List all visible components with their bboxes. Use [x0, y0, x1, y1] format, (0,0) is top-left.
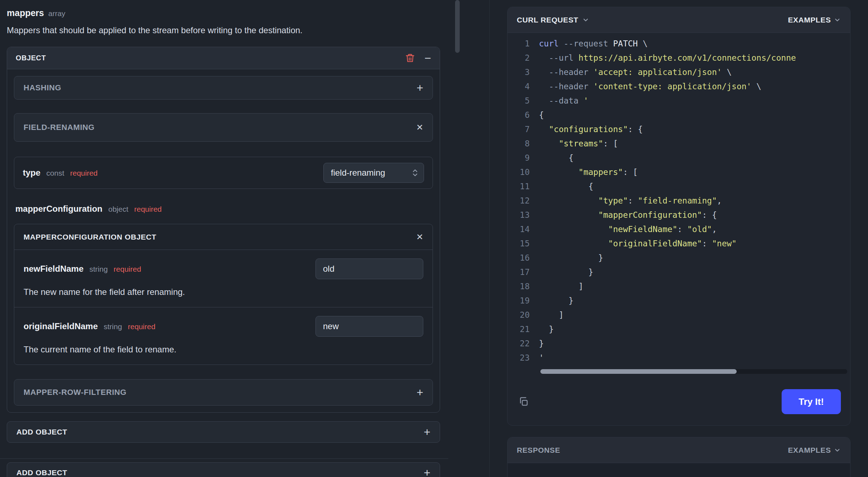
- api-playground-panel: CURL REQUEST EXAMPLES 1curl --request PA…: [490, 0, 868, 477]
- trash-icon: [405, 53, 415, 63]
- line-number: 11: [508, 179, 530, 194]
- curl-request-panel: CURL REQUEST EXAMPLES 1curl --request PA…: [507, 7, 851, 426]
- mapper-configuration-card-header: MAPPERCONFIGURATION OBJECT ✕: [14, 224, 433, 250]
- property-name: originalFieldName: [24, 321, 98, 331]
- copy-icon: [518, 396, 529, 407]
- field-header: mappers array: [7, 8, 440, 18]
- code-line: 21 }: [508, 322, 850, 336]
- newFieldName-input[interactable]: [316, 258, 423, 279]
- code-line: 9 {: [508, 151, 850, 165]
- code-line: 18 ]: [508, 279, 850, 293]
- line-number: 15: [508, 236, 530, 251]
- field-description: Mappers that should be applied to the st…: [7, 25, 440, 36]
- section-field-renaming[interactable]: FIELD-RENAMING ✕: [14, 113, 433, 142]
- add-object-button-inner[interactable]: ADD OBJECT +: [7, 421, 440, 443]
- object-card: OBJECT − HASHING + FIELD-RENAMING ✕: [7, 47, 440, 413]
- curl-panel-footer: Try It!: [508, 374, 850, 425]
- line-number: 9: [508, 151, 530, 165]
- response-dropdown[interactable]: RESPONSE: [517, 446, 560, 455]
- examples-dropdown[interactable]: EXAMPLES: [788, 16, 841, 24]
- response-body: [508, 463, 850, 477]
- delete-object-button[interactable]: [405, 53, 415, 63]
- section-divider: [0, 458, 448, 459]
- add-object-button-outer[interactable]: ADD OBJECT +: [7, 462, 440, 477]
- code-line: 8 "streams": [: [508, 136, 850, 151]
- code-line: 2 --url https://api.airbyte.com/v1/conne…: [508, 51, 850, 65]
- add-object-label: ADD OBJECT: [16, 468, 67, 477]
- field-renaming-title: FIELD-RENAMING: [24, 123, 95, 132]
- code-line: 17 }: [508, 265, 850, 279]
- response-panel-header: RESPONSE EXAMPLES: [508, 437, 850, 463]
- line-number: 16: [508, 251, 530, 265]
- plus-icon: +: [417, 387, 423, 398]
- field-label: originalFieldName string required: [24, 321, 155, 331]
- code-line: 12 "type": "field-renaming",: [508, 194, 850, 208]
- code-line: 15 "originalFieldName": "new": [508, 236, 850, 251]
- property-name: mapperConfiguration: [15, 204, 102, 214]
- field-description: The current name of the field to rename.: [24, 345, 423, 355]
- vertical-scrollbar[interactable]: [455, 0, 460, 53]
- close-icon: ✕: [416, 123, 423, 132]
- required-badge: required: [128, 322, 155, 331]
- response-examples-dropdown[interactable]: EXAMPLES: [788, 446, 841, 455]
- code-line: 20 ]: [508, 308, 850, 322]
- code-block: 1curl --request PATCH \2 --url https://a…: [508, 33, 850, 365]
- code-line: 7 "configurations": {: [508, 122, 850, 136]
- code-line: 5 --data ': [508, 94, 850, 108]
- field-row-originalFieldName: originalFieldName string required The cu…: [14, 307, 433, 365]
- required-badge: required: [70, 169, 97, 177]
- property-name: type: [23, 168, 40, 177]
- code-line: 16 }: [508, 251, 850, 265]
- horizontal-scrollbar[interactable]: [540, 369, 737, 374]
- code-line: 3 --header 'accept: application/json' \: [508, 65, 850, 79]
- line-number: 3: [508, 65, 530, 79]
- type-select[interactable]: field-renaming: [323, 163, 424, 183]
- copy-code-button[interactable]: [518, 396, 529, 407]
- response-panel: RESPONSE EXAMPLES: [507, 437, 851, 477]
- examples-label: EXAMPLES: [788, 16, 831, 24]
- section-hashing[interactable]: HASHING +: [14, 76, 433, 100]
- section-mapper-row-filtering[interactable]: MAPPER-ROW-FILTERING +: [14, 379, 433, 406]
- curl-request-dropdown[interactable]: CURL REQUEST: [517, 16, 589, 24]
- mapper-configuration-label-row: mapperConfiguration object required: [15, 204, 432, 214]
- try-it-button[interactable]: Try It!: [782, 389, 841, 414]
- code-line: 4 --header 'content-type: application/js…: [508, 79, 850, 94]
- examples-label: EXAMPLES: [788, 446, 831, 455]
- object-card-header: OBJECT −: [7, 47, 440, 69]
- collapse-object-button[interactable]: −: [424, 52, 431, 64]
- object-card-body: HASHING + FIELD-RENAMING ✕ type const re…: [7, 69, 440, 412]
- line-number: 6: [508, 108, 530, 122]
- line-number: 2: [508, 51, 530, 65]
- response-title: RESPONSE: [517, 446, 560, 455]
- line-number: 17: [508, 265, 530, 279]
- plus-icon: +: [424, 467, 430, 477]
- field-type-badge: array: [48, 9, 65, 18]
- hashing-title: HASHING: [24, 83, 61, 92]
- property-name: newFieldName: [24, 264, 84, 273]
- plus-icon: +: [424, 426, 430, 438]
- line-number: 19: [508, 293, 530, 308]
- field-label: newFieldName string required: [24, 264, 141, 274]
- close-icon: ✕: [416, 233, 423, 241]
- property-kind: const: [46, 169, 64, 177]
- line-number: 18: [508, 279, 530, 293]
- line-number: 1: [508, 36, 530, 51]
- code-line: 1curl --request PATCH \: [508, 36, 850, 51]
- line-number: 10: [508, 165, 530, 179]
- line-number: 7: [508, 122, 530, 136]
- field-row-newFieldName: newFieldName string required The new nam…: [14, 250, 433, 307]
- object-card-title: OBJECT: [16, 54, 46, 62]
- field-description: The new name for the field after renamin…: [24, 287, 423, 297]
- line-number: 14: [508, 222, 530, 236]
- originalFieldName-input[interactable]: [316, 316, 423, 337]
- field-name: mappers: [7, 8, 44, 18]
- code-line: 14 "newFieldName": "old",: [508, 222, 850, 236]
- curl-panel-header: CURL REQUEST EXAMPLES: [508, 7, 850, 33]
- line-number: 13: [508, 208, 530, 222]
- code-lines: 1curl --request PATCH \2 --url https://a…: [508, 36, 850, 365]
- code-line: 22}: [508, 336, 850, 351]
- curl-request-title: CURL REQUEST: [517, 16, 579, 24]
- line-number: 5: [508, 94, 530, 108]
- close-mapper-configuration-button[interactable]: ✕: [416, 233, 423, 241]
- code-line: 10 "mappers": [: [508, 165, 850, 179]
